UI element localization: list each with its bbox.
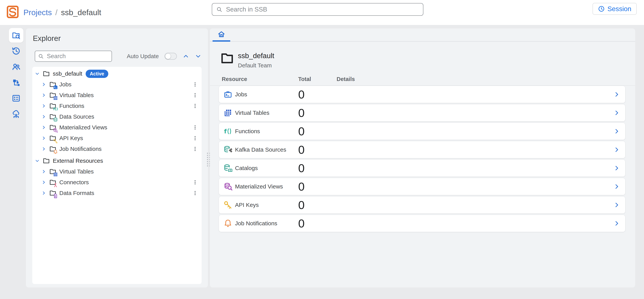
breadcrumb-projects-link[interactable]: Projects (24, 8, 52, 17)
chevron-right-icon[interactable] (613, 128, 620, 135)
resource-total-count: 0 (298, 215, 304, 232)
tree-item-label: External Resources (53, 158, 103, 164)
rail-button-users-icon[interactable] (9, 59, 24, 74)
folder-icon (49, 179, 56, 186)
tree-item-functions[interactable]: f()Functions (32, 101, 202, 111)
rail-button-explorer-folder-search-icon[interactable] (9, 28, 24, 43)
tree-item-label: Materialized Views (59, 124, 107, 131)
chevron-right-icon[interactable] (613, 91, 620, 98)
chevron-right-icon[interactable] (41, 146, 47, 152)
job-notifications-icon (224, 219, 232, 228)
tree-item-ssb_default[interactable]: ssb_defaultActive (32, 68, 202, 79)
chevron-right-icon[interactable] (613, 183, 620, 190)
chevron-right-icon[interactable] (41, 179, 47, 185)
chevron-right-icon[interactable] (41, 114, 47, 120)
tree-item-label: Data Formats (59, 190, 94, 196)
session-button[interactable]: Session (592, 3, 637, 15)
chevron-down-icon[interactable] (34, 71, 40, 77)
explorer-title: Explorer (33, 34, 61, 43)
chevron-right-icon[interactable] (613, 165, 620, 172)
rail-button-history-icon[interactable] (9, 44, 24, 58)
rail-button-flow-icon[interactable] (9, 75, 24, 90)
chevron-right-icon[interactable] (41, 81, 47, 87)
resource-total-count: 0 (298, 141, 304, 158)
tree-item-external-resources[interactable]: External Resources (32, 155, 202, 166)
ssb-app-logo-icon[interactable] (6, 5, 20, 19)
chevron-right-icon[interactable] (41, 92, 47, 98)
resource-total-count: 0 (298, 197, 304, 213)
materialized-views-icon (224, 182, 232, 191)
kebab-menu-icon[interactable] (191, 135, 199, 141)
expand-all-chevron-up-icon[interactable] (182, 53, 189, 59)
chevron-right-icon[interactable] (613, 202, 620, 208)
chevron-right-icon[interactable] (41, 169, 47, 175)
tree-item-label: ssb_default (53, 70, 82, 77)
tree-item-label: Virtual Tables (59, 92, 94, 98)
search-icon (216, 6, 222, 13)
functions-icon: f (224, 127, 232, 136)
resource-row-api-keys[interactable]: API Keys0 (219, 197, 625, 213)
global-search-input[interactable] (226, 5, 419, 13)
resource-row-jobs[interactable]: Jobs0 (219, 86, 625, 103)
folder-icon (49, 91, 56, 99)
tree-item-data-sources[interactable]: Data Sources (32, 111, 202, 122)
tree-item-api-keys[interactable]: API Keys (32, 133, 202, 144)
search-icon (38, 53, 44, 59)
resource-row-kafka-data-sources[interactable]: Kafka Data Sources0 (219, 141, 625, 158)
tree-item-virtual-tables[interactable]: Virtual Tables (32, 166, 202, 177)
kebab-menu-icon[interactable] (191, 179, 199, 185)
kebab-menu-icon[interactable] (191, 103, 199, 109)
chevron-right-icon[interactable] (41, 124, 47, 130)
tree-item-job-notifications[interactable]: Job Notifications (32, 144, 202, 154)
data-formats-badge-icon (53, 194, 58, 198)
api-keys-icon (224, 201, 232, 209)
resource-row-functions[interactable]: f Functions0 (219, 123, 625, 140)
resource-total-count: 0 (298, 178, 304, 195)
tree-item-label: Virtual Tables (59, 168, 94, 175)
resource-table-header: Resource Total Details (210, 76, 635, 84)
resource-row-materialized-views[interactable]: Materialized Views0 (219, 178, 625, 195)
tab-home[interactable] (212, 28, 230, 42)
kebab-menu-icon[interactable] (191, 146, 199, 152)
rail-button-cloud-network-icon[interactable] (9, 107, 24, 121)
collapse-all-chevron-down-icon[interactable] (195, 53, 202, 59)
kebab-menu-icon[interactable] (191, 125, 199, 130)
auto-update-toggle[interactable] (164, 53, 177, 60)
kafka-data-sources-icon (224, 145, 232, 154)
chevron-right-icon[interactable] (41, 190, 47, 196)
global-search-box[interactable] (212, 3, 424, 16)
chevron-down-icon[interactable] (34, 158, 40, 164)
column-header-details: Details (336, 76, 355, 82)
tree-item-virtual-tables[interactable]: Virtual Tables (32, 90, 202, 101)
chevron-right-icon[interactable] (613, 109, 620, 116)
main-tab-bar (210, 28, 635, 42)
main-panel: ssb_default Default Team Resource Total … (210, 28, 635, 288)
tree-item-jobs[interactable]: Jobs (32, 79, 202, 90)
kebab-menu-icon[interactable] (191, 92, 199, 98)
history-icon (12, 47, 20, 55)
explorer-panel: Explorer Auto Update ssb_defaultActive J… (26, 28, 208, 288)
explorer-search-input[interactable] (46, 53, 109, 60)
tree-item-data-formats[interactable]: Data Formats (32, 188, 202, 198)
connectors-badge-icon (53, 183, 58, 188)
resource-row-job-notifications[interactable]: Job Notifications0 (219, 215, 625, 232)
rail-button-forms-icon[interactable] (9, 91, 24, 106)
resource-total-count: 0 (298, 160, 304, 177)
tree-item-connectors[interactable]: Connectors (32, 177, 202, 188)
breadcrumb-current-project: ssb_default (61, 8, 102, 17)
catalogs-icon (224, 164, 232, 173)
chevron-right-icon[interactable] (613, 146, 620, 153)
project-name: ssb_default (238, 52, 274, 60)
chevron-right-icon[interactable] (41, 135, 47, 141)
resource-row-catalogs[interactable]: Catalogs0 (219, 160, 625, 177)
kebab-menu-icon[interactable] (191, 82, 199, 87)
kebab-menu-icon[interactable] (191, 190, 199, 196)
resource-row-virtual-tables[interactable]: Virtual Tables0 (219, 104, 625, 121)
folder-icon (49, 124, 56, 131)
table-header-divider (210, 85, 635, 86)
explorer-folder-search-icon (12, 31, 20, 40)
explorer-search-box[interactable] (35, 51, 112, 62)
chevron-right-icon[interactable] (41, 103, 47, 109)
chevron-right-icon[interactable] (613, 220, 620, 227)
tree-item-materialized-views[interactable]: Materialized Views (32, 122, 202, 133)
